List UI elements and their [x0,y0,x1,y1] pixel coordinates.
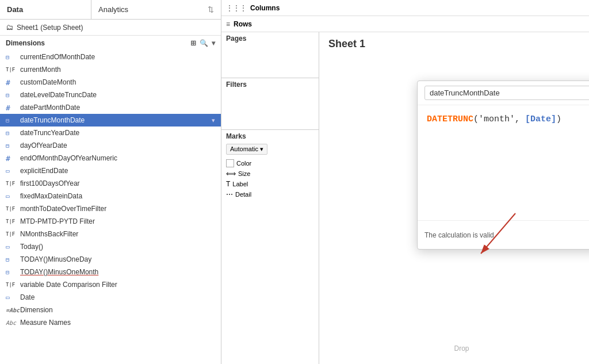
field-list: ⊟ currentEndOfMonthDate T|F currentMonth… [0,51,221,364]
field-name: dateTruncYearDate [20,129,79,137]
field-type-icon: ⊟ [6,92,17,98]
field-reference: [Date] [525,114,556,124]
field-name: customDateMonth [20,78,76,86]
field-type-icon: T|F [6,181,17,186]
list-item[interactable]: ⊟ TODAY()MinusOneMonth [0,266,221,278]
list-item[interactable]: T|F variable Date Comparison Filter [0,278,221,291]
field-type-icon: ▭ [6,243,17,251]
list-item[interactable]: ⊟ currentEndOfMonthDate [0,51,221,63]
field-name: dateLevelDateTruncDate [20,91,97,99]
list-item[interactable]: ⊟ TODAY()MinusOneDay [0,253,221,266]
list-item[interactable]: # customDateMonth [0,76,221,89]
field-name: MTD-PMTD-PYTD Filter [20,217,95,225]
list-item[interactable]: ▭ Today() [0,240,221,253]
dimensions-icons: ⊞ 🔍 ▾ [190,39,215,47]
field-type-icon: T|F [6,67,17,72]
dimensions-header: Dimensions ⊞ 🔍 ▾ [0,36,221,51]
data-tab-label: Data [7,5,23,14]
calculation-name-input[interactable] [424,86,589,100]
field-name: Date [20,293,35,301]
field-type-icon: T|F [6,282,17,288]
field-type-icon: ⊟ [6,54,17,60]
field-name: Measure Names [20,319,71,327]
field-type-icon: ▭ [6,193,17,200]
field-type-icon: Abc [6,320,17,326]
search-icon[interactable]: 🔍 [200,39,208,47]
dialog-footer: The calculation is valid. Apply OK [418,220,589,249]
field-type-icon: T|F [6,206,17,212]
field-name: first100DaysOfYear [20,179,80,187]
dialog-body[interactable]: DATETRUNC('month', [Date]) [418,105,589,220]
field-name: dayOfYearDate [20,141,67,150]
field-name: TODAY()MinusOneMonth [20,268,98,276]
function-name: DATETRUNC [427,114,473,124]
field-name: dateTruncMonthDate [20,116,85,124]
field-type-icon: ⊟ [6,256,17,263]
sheet-icon: 🗂 [6,23,13,32]
function-args: ('month', [473,114,525,124]
list-item[interactable]: T|F currentMonth [0,63,221,76]
analytics-tab[interactable]: Analytics ⇅ [91,0,221,19]
list-item[interactable]: ▭ fixedMaxDateinData [0,190,221,202]
list-item[interactable]: # datePartMonthDate [0,101,221,114]
field-type-icon: # [6,154,17,163]
dropdown-arrow[interactable]: ▾ [212,117,215,124]
field-type-icon: ▭ [6,167,17,175]
list-item[interactable]: T|F first100DaysOfYear [0,177,221,190]
list-item[interactable]: T|F monthToDateOverTimeFilter [0,202,221,215]
closing-paren: ) [556,114,561,124]
list-item[interactable]: Abc Measure Names [0,316,221,329]
list-item[interactable]: ⊟ dayOfYearDate [0,139,221,152]
field-name: endOfMonthDayOfYearNumeric [20,154,117,162]
validation-message: The calculation is valid. [424,231,496,239]
right-panel: ⋮⋮⋮ Columns ≡ Rows Pages Filters Marks [221,0,589,364]
calculated-field-dialog: ✕ DATETRUNC('month', [Date]) [417,81,589,250]
field-name: currentEndOfMonthDate [20,53,95,61]
grid-icon[interactable]: ⊞ [190,39,196,47]
panel-header: Data Analytics ⇅ [0,0,221,20]
field-type-icon: =Abc [6,307,17,313]
dialog-header: ✕ [418,81,589,105]
sheet-name: Sheet1 (Setup Sheet) [17,24,83,32]
field-type-icon: T|F [6,219,17,224]
field-name: currentMonth [20,66,61,74]
list-item[interactable]: T|F NMonthsBackFilter [0,228,221,240]
list-item[interactable]: ⊟ dateLevelDateTruncDate [0,89,221,101]
field-type-icon: ⊟ [6,130,17,136]
list-item[interactable]: ⊟ dateTruncMonthDate ▾ [0,114,221,127]
data-tab[interactable]: Data [0,0,91,19]
field-type-icon: T|F [6,231,17,237]
field-name: explicitEndDate [20,167,68,175]
field-name: variable Date Comparison Filter [20,281,117,289]
field-type-icon: ▭ [6,294,17,301]
field-name: NMonthsBackFilter [20,230,78,238]
field-name: TODAY()MinusOneDay [20,255,91,263]
left-panel: Data Analytics ⇅ 🗂 Sheet1 (Setup Sheet) … [0,0,221,364]
field-type-icon: ⊟ [6,117,17,124]
field-name: fixedMaxDateinData [20,192,82,200]
list-item[interactable]: ⊟ dateTruncYearDate [0,127,221,139]
list-item[interactable]: ▭ Date [0,291,221,304]
list-item[interactable]: T|F MTD-PMTD-PYTD Filter [0,215,221,228]
field-type-icon: # [6,104,17,112]
field-name: datePartMonthDate [20,104,80,112]
analytics-tab-label: Analytics [98,5,128,14]
list-item[interactable]: # endOfMonthDayOfYearNumeric [0,152,221,164]
field-name: Today() [20,243,43,251]
list-item[interactable]: ▭ explicitEndDate [0,164,221,177]
field-name: monthToDateOverTimeFilter [20,205,106,213]
more-icon[interactable]: ▾ [212,39,215,47]
field-type-icon: ⊟ [6,143,17,149]
sort-icon: ⇅ [208,5,214,14]
dialog-overlay: ✕ DATETRUNC('month', [Date]) [221,0,589,364]
field-type-icon: ⊟ [6,269,17,275]
field-name: Dimension [20,306,53,314]
sheet-row[interactable]: 🗂 Sheet1 (Setup Sheet) [0,20,221,36]
field-type-icon: # [6,78,17,87]
list-item[interactable]: =Abc Dimension [0,304,221,316]
dimensions-label: Dimensions [6,39,45,47]
